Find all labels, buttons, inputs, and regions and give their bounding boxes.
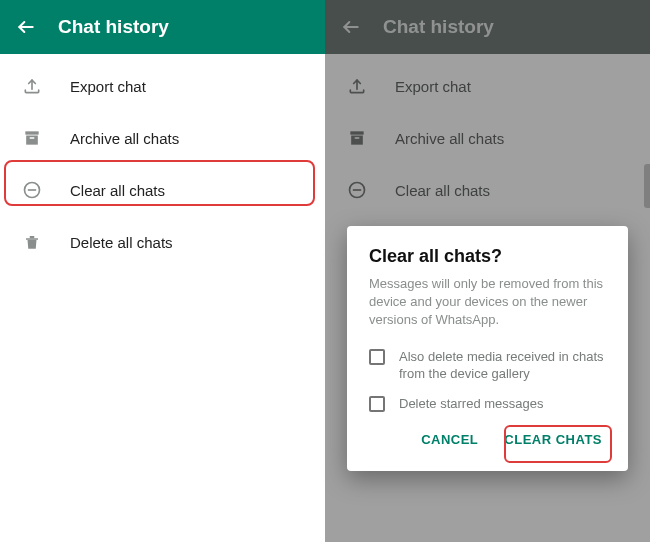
menu-item-label: Archive all chats bbox=[70, 130, 179, 147]
menu-item-label: Export chat bbox=[70, 78, 146, 95]
minus-circle-icon bbox=[20, 178, 44, 202]
chat-history-menu: Export chat Archive all chats Clear all … bbox=[0, 54, 325, 268]
dialog-title: Clear all chats? bbox=[369, 246, 606, 267]
checkbox-icon[interactable] bbox=[369, 349, 385, 365]
option-delete-starred[interactable]: Delete starred messages bbox=[369, 395, 606, 413]
menu-item-archive-all-chats[interactable]: Archive all chats bbox=[0, 112, 325, 164]
menu-item-clear-all-chats[interactable]: Clear all chats bbox=[0, 164, 325, 216]
menu-item-delete-all-chats[interactable]: Delete all chats bbox=[0, 216, 325, 268]
archive-icon bbox=[20, 126, 44, 150]
screen-chat-history-step2: Chat history Export chat Archive all cha… bbox=[325, 0, 650, 542]
back-arrow-icon[interactable] bbox=[16, 17, 36, 37]
option-label: Also delete media received in chats from… bbox=[399, 348, 606, 383]
checkbox-icon[interactable] bbox=[369, 396, 385, 412]
menu-item-export-chat[interactable]: Export chat bbox=[0, 60, 325, 112]
cancel-button[interactable]: CANCEL bbox=[417, 424, 482, 455]
option-label: Delete starred messages bbox=[399, 395, 544, 413]
option-delete-media[interactable]: Also delete media received in chats from… bbox=[369, 348, 606, 383]
clear-chats-button[interactable]: CLEAR CHATS bbox=[500, 424, 606, 455]
dialog-body: Messages will only be removed from this … bbox=[369, 275, 606, 330]
menu-item-label: Delete all chats bbox=[70, 234, 173, 251]
screen-chat-history-step1: Chat history Export chat Archive all cha… bbox=[0, 0, 325, 542]
menu-item-label: Clear all chats bbox=[70, 182, 165, 199]
header-title: Chat history bbox=[58, 16, 169, 38]
dialog-actions: CANCEL CLEAR CHATS bbox=[369, 424, 606, 455]
dialog-clear-all-chats: Clear all chats? Messages will only be r… bbox=[347, 226, 628, 471]
app-header: Chat history bbox=[0, 0, 325, 54]
trash-icon bbox=[20, 230, 44, 254]
upload-icon bbox=[20, 74, 44, 98]
